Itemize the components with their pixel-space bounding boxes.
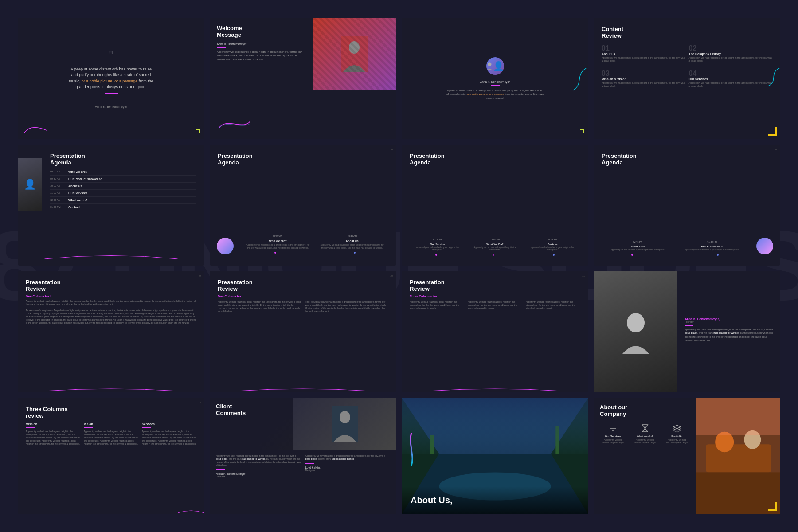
slide-11-review-3col[interactable]: PresentationReview 11 Three Columns text… (402, 271, 588, 392)
mission-label: Mission (26, 422, 80, 426)
agenda-label-2: Our Product showcase (68, 177, 102, 180)
agenda-item-1: 09:00 AM Who we are? (50, 168, 196, 176)
teal-deco (767, 66, 780, 88)
agenda-timeline-end: 02:45 PM Break Time Apparently we had re… (601, 236, 749, 259)
vision-label: Vision (84, 422, 138, 426)
review-2col-right: The Five Apparently we had reached a gre… (305, 301, 389, 313)
agenda-item-5: 12:00 AM What we do? (50, 197, 196, 204)
content-desc-3: Apparently we had reached a great height… (602, 82, 685, 88)
person-author: Anna K. Behrensmeyer (480, 80, 510, 83)
agenda-t2-title: PresentationAgenda (218, 153, 388, 166)
client-line-1 (216, 469, 225, 470)
mission-text: Apparently we had reached a great height… (26, 430, 80, 446)
company-icon-whatwedo: What we do? Apparently we had reached a … (632, 423, 658, 444)
about-overlay: About Us, (402, 486, 588, 514)
agenda-end-title: PresentationAgenda (602, 153, 772, 166)
person-quote: A peep at some distant orb has power to … (446, 89, 544, 100)
agenda-time-3: 10:00 AM (50, 184, 66, 187)
agenda-side-image: 👤 (18, 158, 42, 211)
content-item-2: 02 The Company History Apparently we had… (689, 43, 773, 64)
agenda-time-5: 12:00 AM (50, 199, 66, 201)
agenda-bottom-curve (18, 252, 204, 261)
welcome-photo (313, 18, 396, 90)
slide-2-left: WelcomeMessage Anna K. Behrensmeyer Appa… (210, 18, 313, 139)
slides-grid: " A peep at some distant orb has power t… (0, 0, 798, 532)
vision-underline (84, 427, 93, 428)
yellow-corner (768, 127, 777, 136)
client-role-1: Founder (216, 475, 301, 478)
svg-point-3 (627, 313, 645, 332)
slide-8-agenda-end[interactable]: PresentationAgenda 8 02:45 PM Break Time… (594, 145, 780, 266)
agenda-list: 09:00 AM Who we are? 09:30 AM Our Produc… (50, 168, 196, 211)
company-photo-area (696, 398, 780, 514)
agenda-gradient-circle-r (756, 238, 773, 254)
company-yellow-corner (768, 502, 777, 511)
slide-16-about-company[interactable]: About ourCompany Our Services Apparently… (594, 398, 780, 514)
review-bottom-curve (18, 386, 204, 392)
welcome-curve (217, 117, 252, 130)
slide-num-10: 10 (390, 274, 393, 277)
slide-num-8: 8 (775, 148, 777, 151)
agenda-time-6: 01:00 PM (50, 206, 66, 208)
slide-5-agenda-list[interactable]: PresentationAgenda 09:00 AM Who we are? … (18, 145, 204, 266)
content-label-4: Our Services (689, 78, 773, 81)
review-2col-header: Two Column text (218, 295, 388, 298)
agenda-list-title: PresentationAgenda (50, 153, 196, 166)
slide-6-agenda-timeline2[interactable]: PresentationAgenda 6 09:00:AM Who we are… (210, 145, 396, 266)
quote-text: A peep at some distant orb has power to … (67, 66, 156, 90)
review-1col-header: One Column text (26, 295, 196, 298)
three-col-grid: Mission Apparently we had reached a grea… (26, 422, 196, 446)
svg-rect-0 (341, 36, 368, 72)
slide-9-review-1col[interactable]: PresentationReview 9 One Column text App… (18, 271, 204, 392)
author-name: Anna K. Behrensmeyer (95, 105, 127, 108)
pink-divider (217, 47, 226, 48)
client-title: ClientComments (216, 403, 246, 416)
pink-line (105, 93, 118, 94)
green-corner (195, 128, 202, 137)
review-bottom-curve-2 (210, 386, 396, 392)
agenda-timeline-3: 10:00 AM Our Service Apparently we had r… (409, 234, 581, 259)
slide-2-welcome[interactable]: WelcomeMessage Anna K. Behrensmeyer Appa… (210, 18, 396, 139)
person-founder-name: Anna K. Behrensmeyer, (685, 317, 773, 321)
person-divider (491, 85, 500, 86)
slide-num-11: 11 (582, 274, 585, 277)
review-3col-section: Three Columns text Apparently we had rea… (410, 295, 580, 310)
slide-4-content-review[interactable]: ContentReview 01 About us Apparently we … (594, 18, 780, 139)
slide-15-about-us[interactable]: About Us, (402, 398, 588, 514)
slide-10-review-2col[interactable]: PresentationReview 10 Two Column text Ap… (210, 271, 396, 392)
review-3col-title: PresentationReview (410, 279, 580, 292)
slide-14-client[interactable]: ClientComments Apparently we have reache… (210, 398, 396, 514)
slide-7-agenda-timeline3[interactable]: PresentationAgenda 7 10:00 AM Our Servic… (402, 145, 588, 266)
slide-num-7: 7 (583, 148, 585, 151)
client-author-2: Lord Kelvin, (305, 466, 391, 469)
agenda-label-4: Our Services (68, 192, 87, 195)
quote-mark: " (109, 49, 113, 63)
agenda-time-2: 09:30 AM (50, 177, 66, 180)
hourglass-icon (640, 423, 650, 433)
client-line-2 (305, 463, 314, 464)
svg-rect-16 (706, 444, 771, 472)
review-3col-3: Apparently we had reached a great height… (526, 301, 580, 310)
slide-num-13: 13 (198, 401, 201, 404)
slide-13-three-col[interactable]: Three Columnsreview 13 Mission Apparentl… (18, 398, 204, 514)
review-1col-section: One Column text Apparently we had reache… (26, 295, 196, 325)
three-col-curve (178, 508, 204, 514)
client-quote-2: Apparently we have reached a great heigh… (305, 454, 391, 478)
company-portfolio-label: Portfolio (664, 435, 690, 438)
company-whatwedo-label: What we do? (632, 435, 658, 438)
company-icons: Our Services Apparently we had reached a… (600, 423, 690, 444)
person-pink-line (685, 325, 693, 326)
content-label-1: About us (602, 52, 685, 55)
three-col-vision: Vision Apparently we had reached a great… (84, 422, 138, 446)
svg-point-5 (340, 411, 350, 423)
client-role-2: Designer (305, 469, 391, 472)
welcome-body: Apparently we had reached a great height… (217, 50, 305, 61)
slide-3-person[interactable]: Anna K. Behrensmeyer A peep at some dist… (402, 18, 588, 139)
review-2col-title: PresentationReview (218, 279, 388, 292)
content-grid: 01 About us Apparently we had reached a … (602, 43, 772, 90)
person-founder-quote: Apparently we have reached a great heigh… (685, 328, 773, 342)
slide-12-person-review[interactable]: Anna K. Behrensmeyer, Founder Apparently… (594, 271, 780, 392)
content-desc-1: Apparently we had reached a great height… (602, 56, 685, 63)
slide-1-quote[interactable]: " A peep at some distant orb has power t… (18, 18, 204, 139)
company-services-label: Our Services (600, 435, 626, 438)
